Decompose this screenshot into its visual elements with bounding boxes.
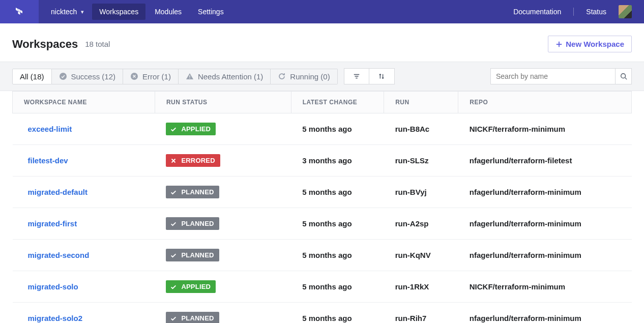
- status-badge: APPLIED: [166, 280, 216, 293]
- search-button[interactable]: [616, 68, 632, 84]
- workspace-link[interactable]: migrated-second: [28, 251, 90, 259]
- nav-tab-workspaces[interactable]: Workspaces: [92, 4, 145, 20]
- search-group: [490, 68, 632, 84]
- repo-name: nfagerlund/terraform-filetest: [458, 145, 632, 177]
- run-id: run-KqNV: [384, 240, 458, 271]
- status-label: PLANNED: [181, 188, 214, 196]
- workspace-link[interactable]: migrated-solo: [28, 282, 78, 291]
- latest-change: 5 months ago: [291, 208, 384, 240]
- workspace-count: 18 total: [85, 40, 110, 48]
- latest-change: 5 months ago: [291, 271, 384, 303]
- table-row: migrated-secondPLANNED5 months agorun-Kq…: [13, 240, 632, 271]
- latest-change: 5 months ago: [291, 177, 384, 208]
- check-icon: [170, 189, 177, 196]
- filter-success[interactable]: Success (12): [52, 69, 124, 84]
- status-label: PLANNED: [181, 314, 214, 322]
- repo-name: NICKF/terraform-minimum: [458, 271, 632, 303]
- run-id: run-B8Ac: [384, 113, 458, 145]
- filter-error[interactable]: Error (1): [123, 69, 179, 84]
- sort-button[interactable]: [369, 68, 395, 84]
- svg-point-4: [621, 74, 625, 78]
- status-badge: PLANNED: [166, 312, 219, 323]
- nav-link-status[interactable]: Status: [586, 8, 606, 16]
- refresh-icon: [278, 72, 286, 80]
- x-icon: [170, 157, 177, 164]
- status-badge: PLANNED: [166, 186, 219, 198]
- nav-link-documentation[interactable]: Documentation: [513, 8, 561, 16]
- chevron-down-icon: ▾: [81, 9, 84, 15]
- repo-name: nfagerlund/terraform-minimum: [458, 208, 632, 240]
- table-row: migrated-defaultPLANNED5 months agorun-B…: [13, 177, 632, 208]
- page-title: Workspaces: [12, 38, 78, 51]
- col-name: WORKSPACE NAME: [13, 92, 155, 113]
- workspaces-table: WORKSPACE NAME RUN STATUS LATEST CHANGE …: [12, 91, 632, 323]
- col-status: RUN STATUS: [155, 92, 291, 113]
- check-icon: [170, 126, 177, 133]
- repo-name: nfagerlund/terraform-minimum: [458, 177, 632, 208]
- sort-icon: [378, 73, 385, 80]
- col-run: RUN: [384, 92, 458, 113]
- svg-rect-2: [189, 75, 190, 77]
- table-row: migrated-solo2PLANNED5 months agorun-Rih…: [13, 303, 632, 324]
- toolbar: All (18) Success (12) Error (1) Needs At…: [0, 62, 644, 91]
- check-icon: [170, 283, 177, 290]
- latest-change: 5 months ago: [291, 303, 384, 324]
- org-switcher[interactable]: nicktech ▾: [51, 8, 84, 16]
- status-badge: PLANNED: [166, 217, 219, 230]
- check-icon: [170, 252, 177, 259]
- workspace-link[interactable]: exceed-limit: [28, 125, 72, 133]
- svg-rect-3: [189, 78, 190, 78]
- check-icon: [170, 220, 177, 227]
- table-header-row: WORKSPACE NAME RUN STATUS LATEST CHANGE …: [13, 92, 632, 113]
- col-repo: REPO: [458, 92, 632, 113]
- search-icon: [620, 73, 627, 80]
- workspace-link[interactable]: migrated-default: [28, 188, 88, 196]
- org-name: nicktech: [51, 8, 77, 16]
- filter-running[interactable]: Running (0): [271, 69, 337, 84]
- new-workspace-label: New Workspace: [566, 40, 624, 48]
- run-id: run-BVyj: [384, 177, 458, 208]
- run-id: run-A2sp: [384, 208, 458, 240]
- status-label: PLANNED: [181, 251, 214, 259]
- plus-icon: [555, 41, 563, 48]
- status-label: APPLIED: [181, 125, 211, 133]
- filter-all[interactable]: All (18): [12, 69, 52, 84]
- status-label: ERRORED: [181, 157, 215, 164]
- status-badge: ERRORED: [166, 154, 220, 167]
- search-input[interactable]: [490, 68, 616, 84]
- svg-point-0: [60, 73, 67, 80]
- check-icon: [170, 315, 177, 322]
- latest-change: 5 months ago: [291, 113, 384, 145]
- check-circle-icon: [59, 72, 67, 80]
- repo-name: nfagerlund/terraform-minimum: [458, 240, 632, 271]
- workspace-link[interactable]: filetest-dev: [28, 156, 68, 165]
- nav-tab-modules[interactable]: Modules: [148, 4, 189, 20]
- x-circle-icon: [130, 72, 138, 80]
- status-label: APPLIED: [181, 283, 211, 290]
- table-row: migrated-soloAPPLIED5 months agorun-1RkX…: [13, 271, 632, 303]
- run-id: run-1RkX: [384, 271, 458, 303]
- page-header: Workspaces 18 total New Workspace: [0, 23, 644, 62]
- filter-button[interactable]: [344, 68, 369, 84]
- filter-tabs: All (18) Success (12) Error (1) Needs At…: [12, 69, 338, 84]
- user-avatar[interactable]: [619, 5, 632, 18]
- alert-triangle-icon: [186, 72, 194, 80]
- view-controls: [344, 68, 395, 84]
- latest-change: 5 months ago: [291, 240, 384, 271]
- table-row: migrated-firstPLANNED5 months agorun-A2s…: [13, 208, 632, 240]
- new-workspace-button[interactable]: New Workspace: [548, 36, 632, 52]
- top-nav: nicktech ▾ Workspaces Modules Settings D…: [0, 0, 644, 23]
- latest-change: 3 months ago: [291, 145, 384, 177]
- nav-divider: [573, 8, 574, 16]
- filter-needs-attention[interactable]: Needs Attention (1): [179, 69, 271, 84]
- terraform-icon: [15, 8, 23, 16]
- table-row: exceed-limitAPPLIED5 months agorun-B8AcN…: [13, 113, 632, 145]
- terraform-logo[interactable]: [0, 0, 39, 23]
- status-label: PLANNED: [181, 220, 214, 227]
- workspace-link[interactable]: migrated-first: [28, 219, 77, 228]
- run-id: run-Rih7: [384, 303, 458, 324]
- nav-tab-settings[interactable]: Settings: [191, 4, 231, 20]
- col-latest: LATEST CHANGE: [291, 92, 384, 113]
- workspace-link[interactable]: migrated-solo2: [28, 314, 83, 322]
- repo-name: NICKF/terraform-minimum: [458, 113, 632, 145]
